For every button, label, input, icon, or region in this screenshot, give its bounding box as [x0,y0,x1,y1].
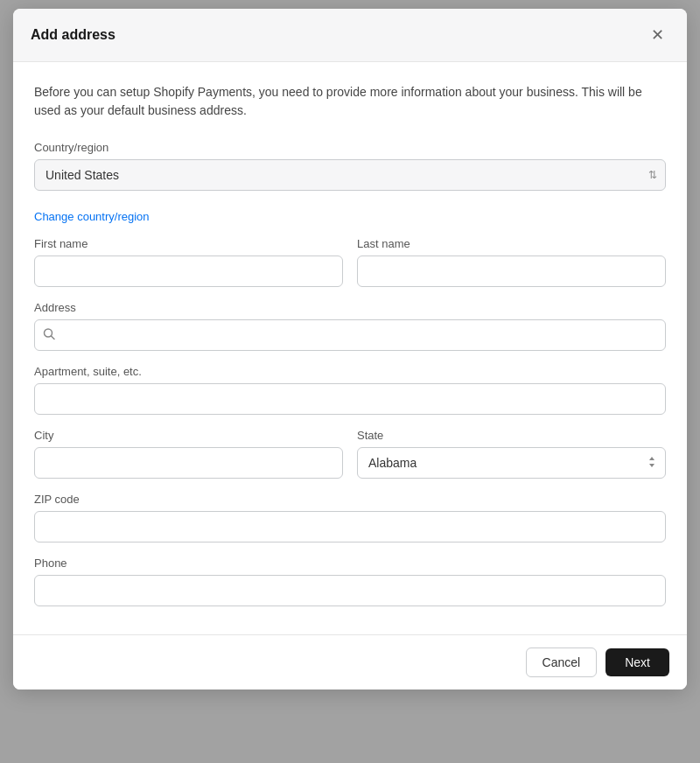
last-name-input[interactable] [357,256,666,287]
apartment-input[interactable] [34,383,666,415]
change-country-link[interactable]: Change country/region [34,210,150,223]
country-group: Country/region United States ⇅ [34,141,666,191]
close-button[interactable]: ✕ [645,23,669,47]
address-group: Address [34,301,666,351]
address-input-wrapper [34,319,666,351]
next-button[interactable]: Next [606,648,669,676]
add-address-modal: Add address ✕ Before you can setup Shopi… [13,9,687,690]
phone-group: Phone [34,556,666,606]
city-state-row: City State Alabama Alaska Arizona Arkans… [34,429,666,479]
first-name-group: First name [34,237,343,287]
name-row: First name Last name [34,237,666,287]
last-name-label: Last name [357,237,666,250]
modal-header: Add address ✕ [13,9,687,62]
first-name-input[interactable] [34,256,343,287]
address-input[interactable] [34,319,666,351]
apartment-group: Apartment, suite, etc. [34,365,666,415]
state-select[interactable]: Alabama Alaska Arizona Arkansas Californ… [357,447,666,479]
apartment-label: Apartment, suite, etc. [34,365,666,378]
intro-text: Before you can setup Shopify Payments, y… [34,83,666,120]
city-label: City [34,429,343,442]
cancel-button[interactable]: Cancel [526,648,598,677]
phone-input[interactable] [34,575,666,606]
city-group: City [34,429,343,479]
zip-group: ZIP code [34,493,666,542]
state-group: State Alabama Alaska Arizona Arkansas Ca… [357,429,666,479]
city-input[interactable] [34,447,343,479]
modal-overlay: Add address ✕ Before you can setup Shopi… [0,0,700,763]
state-label: State [357,429,666,442]
modal-body: Before you can setup Shopify Payments, y… [13,62,687,634]
close-icon: ✕ [651,25,664,45]
svg-line-1 [52,336,55,340]
country-select-wrapper: United States ⇅ [34,159,666,191]
modal-title: Add address [31,27,116,43]
state-select-wrapper: Alabama Alaska Arizona Arkansas Californ… [357,447,666,479]
address-label: Address [34,301,666,314]
search-icon [43,328,55,343]
phone-label: Phone [34,556,666,570]
modal-footer: Cancel Next [13,634,687,690]
first-name-label: First name [34,237,343,250]
zip-input[interactable] [34,511,666,542]
country-display[interactable]: United States [34,159,666,191]
country-label: Country/region [34,141,666,154]
last-name-group: Last name [357,237,666,287]
zip-label: ZIP code [34,493,666,506]
